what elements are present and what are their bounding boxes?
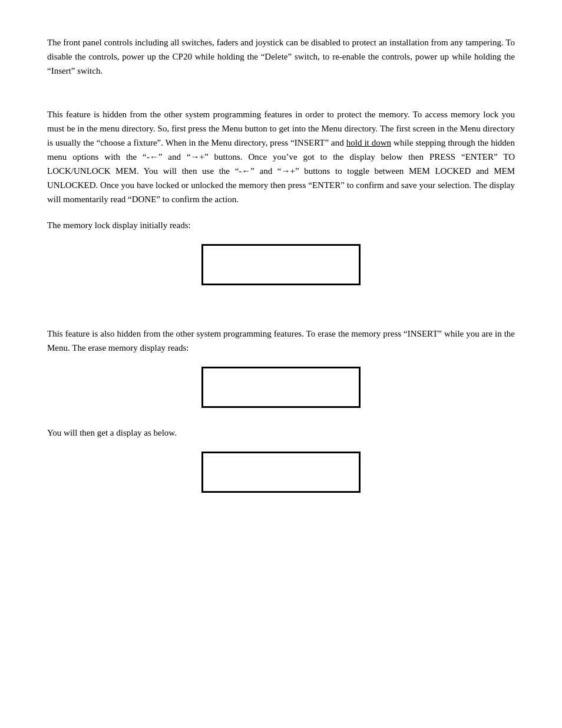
- paragraph-3: The memory lock display initially reads:: [47, 218, 515, 232]
- paragraph-4: This feature is also hidden from the oth…: [47, 327, 515, 355]
- page-content: The front panel controls including all s…: [47, 35, 515, 493]
- paragraph-5: You will then get a display as below.: [47, 426, 515, 440]
- p2-underline: hold it down: [346, 138, 391, 147]
- memory-lock-display-box: [201, 244, 361, 285]
- p2-text-part2: while stepping through the hidden menu o…: [47, 138, 515, 204]
- display-box-container-2: [47, 367, 515, 408]
- paragraph-1: The front panel controls including all s…: [47, 35, 515, 78]
- erase-memory-display-box: [201, 367, 361, 408]
- paragraph-2: This feature is hidden from the other sy…: [47, 107, 515, 206]
- spacer-1: [47, 90, 515, 107]
- display-box-container-1: [47, 244, 515, 285]
- below-display-box: [201, 452, 361, 493]
- section-gap-1: [47, 303, 515, 327]
- display-box-container-3: [47, 452, 515, 493]
